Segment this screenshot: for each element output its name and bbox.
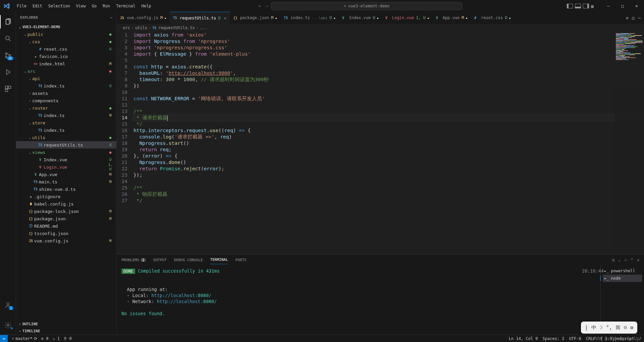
maximize-panel-icon[interactable]: ^: [631, 258, 633, 262]
menu-file[interactable]: File: [14, 2, 29, 10]
ports[interactable]: ⚲ 0: [64, 336, 71, 341]
breadcrumb-item[interactable]: requestUtils.ts: [158, 25, 195, 30]
tree-item[interactable]: ›assets: [16, 90, 116, 97]
terminal-instance[interactable]: ▸_powershell: [603, 267, 642, 275]
editor-tab[interactable]: VLogin.vue1, U●: [382, 12, 433, 24]
menu-selection[interactable]: Selection: [46, 2, 73, 10]
minimap[interactable]: [614, 32, 644, 254]
extensions-icon[interactable]: [0, 82, 16, 96]
outline-section[interactable]: ›OUTLINE: [16, 321, 116, 328]
notifications-icon[interactable]: ♪: [639, 336, 641, 341]
tree-item[interactable]: ⌄views●: [16, 149, 116, 156]
breadcrumb-item[interactable]: utils: [135, 25, 147, 30]
tab-problems[interactable]: PROBLEMS1: [121, 256, 146, 264]
menu-help[interactable]: Help: [139, 2, 154, 10]
tree-item[interactable]: {}package-lock.jsonM: [16, 208, 116, 215]
terminal[interactable]: DONE Compiled successfully in 431ms20:16…: [117, 265, 644, 335]
tree-item[interactable]: #reset.cssU: [16, 45, 116, 53]
breadcrumb-item[interactable]: ...: [200, 25, 207, 30]
breadcrumb[interactable]: src›utils›TSrequestUtils.ts›...: [117, 24, 644, 32]
breadcrumb-item[interactable]: src: [123, 25, 130, 30]
tree-item[interactable]: {}package.jsonM: [16, 215, 116, 222]
close-panel-icon[interactable]: ✕: [637, 258, 639, 262]
tree-item[interactable]: JSvue.config.jsM: [16, 237, 116, 244]
indent[interactable]: Spaces: 2: [543, 336, 565, 341]
more-icon[interactable]: ⋯: [110, 15, 112, 20]
tree-item[interactable]: TSrequestUtils.tsU: [16, 141, 116, 149]
maximize-icon[interactable]: ▢: [618, 3, 627, 8]
terminal-dropdown-icon[interactable]: ⌄: [619, 258, 621, 262]
tree-item[interactable]: ⓘREADME.md: [16, 222, 116, 230]
ime-item[interactable]: 简: [615, 325, 621, 331]
cursor-pos[interactable]: Ln 14, Col 9: [509, 336, 538, 341]
explorer-icon[interactable]: [0, 15, 16, 28]
tree-item[interactable]: ⌄router●: [16, 104, 116, 112]
ime-item[interactable]: ⚙: [630, 325, 633, 331]
terminal-split-icon[interactable]: ◫: [612, 258, 614, 262]
tree-item[interactable]: {}tsconfig.json: [16, 230, 116, 237]
split-icon[interactable]: ◫: [632, 15, 635, 20]
editor-tab[interactable]: {}package.jsonM●: [230, 12, 281, 24]
tree-item[interactable]: ⌄api: [16, 75, 116, 82]
ime-item[interactable]: ☽: [600, 325, 603, 331]
editor-tab[interactable]: TSindex.ts...\apiU●: [280, 12, 339, 24]
compare-icon[interactable]: ⇄: [626, 15, 629, 20]
tab-terminal[interactable]: TERMINAL: [210, 255, 228, 264]
tree-item[interactable]: ›components: [16, 97, 116, 104]
tree-item[interactable]: VApp.vueM: [16, 171, 116, 178]
menu-go[interactable]: Go: [89, 2, 99, 10]
menu-view[interactable]: View: [73, 2, 89, 10]
git-branch[interactable]: ⑂master*⟳: [12, 336, 37, 341]
tree-item[interactable]: ⌄src●: [16, 67, 116, 75]
menu-run[interactable]: Run: [100, 2, 113, 10]
scm-icon[interactable]: 16: [0, 49, 16, 62]
tree-item[interactable]: ⌄store: [16, 119, 116, 126]
ime-item[interactable]: °,: [606, 325, 612, 331]
ime-item[interactable]: 中: [591, 325, 596, 331]
tree-item[interactable]: ⬮babel.config.js: [16, 200, 116, 208]
more-icon[interactable]: ⋯: [625, 258, 627, 262]
tree-item[interactable]: VIndex.vueU: [16, 156, 116, 163]
tree-item[interactable]: TSindex.tsU: [16, 82, 116, 90]
tab-ports[interactable]: PORTS: [235, 256, 247, 264]
menu-edit[interactable]: Edit: [30, 2, 45, 10]
code-area[interactable]: 1234567891011121314151617181920212223242…: [117, 32, 644, 254]
editor-tab[interactable]: JSvue.config.jsM●: [117, 12, 170, 24]
more-icon[interactable]: ⋯: [638, 15, 641, 20]
debug-icon[interactable]: [0, 65, 16, 79]
account-icon[interactable]: 1: [0, 298, 16, 312]
tree-item[interactable]: TSindex.tsM: [16, 112, 116, 119]
search-icon[interactable]: [0, 32, 16, 45]
editor-tab[interactable]: VApp.vueM●: [433, 12, 471, 24]
tree-item[interactable]: TSshims-vue.d.ts: [16, 185, 116, 193]
tab-debug[interactable]: DEBUG CONSOLE: [174, 256, 203, 264]
terminal-instance[interactable]: ▸_node: [603, 275, 642, 282]
errors[interactable]: ⊘ 0: [41, 336, 49, 341]
ime-item[interactable]: |: [585, 325, 588, 331]
ime-item[interactable]: ☺: [624, 325, 627, 331]
tree-item[interactable]: TSindex.ts: [16, 126, 116, 134]
tree-item[interactable]: ★favicon.ico: [16, 53, 116, 60]
ime-toolbar[interactable]: |中☽°,简☺⚙: [581, 322, 637, 334]
tree-item[interactable]: ◈.gitignore: [16, 193, 116, 200]
tree-item[interactable]: ⌄public●: [16, 31, 116, 38]
tree-item[interactable]: VLogin.vue1, U: [16, 163, 116, 171]
editor-tab[interactable]: VIndex.vueU●: [339, 12, 382, 24]
settings-gear-icon[interactable]: [0, 319, 16, 332]
layout-icons[interactable]: ▦: [567, 4, 597, 8]
warnings[interactable]: ⚠ 1: [53, 336, 60, 341]
tree-item[interactable]: ⌄css●: [16, 38, 116, 45]
command-center[interactable]: ⌕ vue3-element-demo: [271, 2, 462, 10]
tree-item[interactable]: <>index.htmlM: [16, 60, 116, 67]
editor-tab[interactable]: #reset.cssU●: [471, 12, 514, 24]
tree-item[interactable]: TSmain.tsM: [16, 178, 116, 185]
tab-output[interactable]: OUTPUT: [153, 256, 167, 264]
editor-tab[interactable]: TSrequestUtils.tsU✕: [170, 12, 230, 24]
nav-forward-icon[interactable]: →: [266, 3, 268, 8]
close-tab-icon[interactable]: ✕: [224, 16, 226, 20]
minimize-icon[interactable]: —: [604, 3, 613, 8]
tree-item[interactable]: ⌄utils●: [16, 134, 116, 141]
menu-terminal[interactable]: Terminal: [113, 2, 138, 10]
remote-icon[interactable]: ⇋: [0, 335, 8, 342]
encoding[interactable]: UTF-8: [569, 336, 581, 341]
